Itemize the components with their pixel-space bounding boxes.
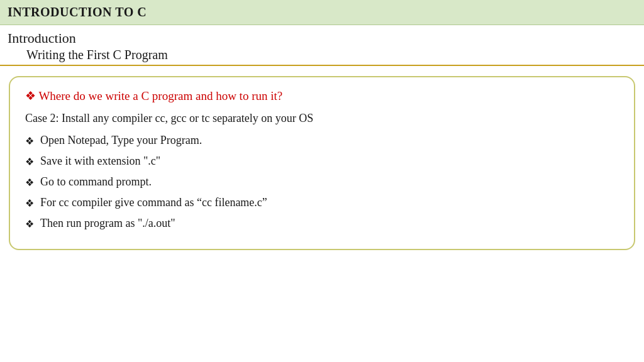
bullet-text-2: Save it with extension ".c"	[40, 155, 160, 168]
bullet-item-3: Go to command prompt.	[25, 175, 619, 189]
question-line: Where do we write a C program and how to…	[25, 89, 619, 103]
bullet-item-5: Then run program as "./a.out"	[25, 217, 619, 230]
bullet-item-2: Save it with extension ".c"	[25, 155, 619, 168]
bullet-text-3: Go to command prompt.	[40, 175, 152, 189]
content-area: Where do we write a C program and how to…	[9, 76, 635, 250]
breadcrumb-section: Introduction Writing the First C Program	[0, 25, 644, 66]
header-title: INTRODUCTION TO C	[8, 5, 147, 19]
bullet-item-1: Open Notepad, Type your Program.	[25, 134, 619, 147]
header-bar: INTRODUCTION TO C	[0, 0, 644, 25]
bullet-item-4: For cc compiler give command as “cc file…	[25, 196, 619, 209]
breadcrumb-sub: Writing the First C Program	[8, 48, 636, 62]
bullet-text-5: Then run program as "./a.out"	[40, 217, 175, 230]
case-line: Case 2: Install any compiler cc, gcc or …	[25, 112, 619, 125]
bullet-text-4: For cc compiler give command as “cc file…	[40, 196, 267, 209]
breadcrumb-intro: Introduction	[8, 30, 636, 47]
bullet-text-1: Open Notepad, Type your Program.	[40, 134, 202, 147]
